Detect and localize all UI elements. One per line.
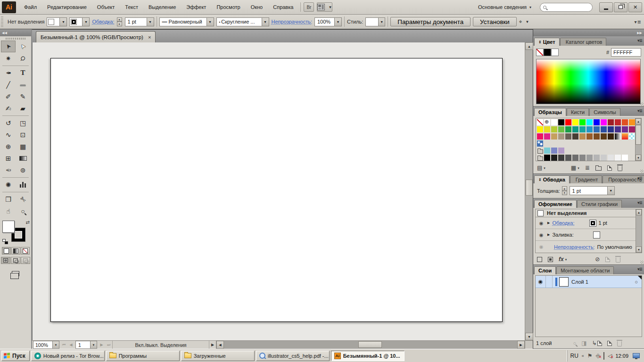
panel-menu-icon[interactable]: ▾≣: [637, 200, 642, 205]
tray-expand-icon[interactable]: «: [582, 354, 584, 358]
expand-triangle-icon[interactable]: ▶: [547, 221, 550, 225]
new-fill-icon[interactable]: [548, 257, 553, 262]
swatch-b39bc8[interactable]: [558, 147, 565, 154]
fill-color-box[interactable]: [2, 221, 15, 233]
swatch-c1272d[interactable]: [614, 119, 621, 126]
width-tool[interactable]: ∿: [1, 129, 16, 140]
hand-tool[interactable]: ☝: [1, 205, 16, 217]
tray-clock[interactable]: 12:09: [615, 353, 628, 359]
layer-name[interactable]: Слой 1: [571, 279, 588, 285]
pen-tool[interactable]: ✒: [1, 67, 16, 79]
swatches-scrollbar[interactable]: ▲ ▼: [635, 118, 641, 161]
none-mode-button[interactable]: [21, 247, 30, 255]
preferences-button[interactable]: Установки: [473, 17, 517, 26]
canvas[interactable]: ▲ ▼: [32, 42, 533, 340]
hex-input[interactable]: FFFFFF: [611, 48, 641, 57]
gradient-tool[interactable]: [16, 152, 30, 164]
scroll-down-icon[interactable]: ▼: [525, 333, 533, 340]
swatch-none[interactable]: [537, 119, 544, 126]
step-up-icon[interactable]: ▲: [117, 17, 122, 22]
search-input[interactable]: [540, 3, 593, 12]
swatch-878787[interactable]: [579, 154, 586, 161]
new-stroke-icon[interactable]: [537, 257, 542, 262]
fill-swatch[interactable]: [593, 231, 600, 239]
resize-grip-icon[interactable]: [640, 102, 644, 106]
arrange-documents-button[interactable]: ▼: [317, 2, 332, 12]
tab-brushes[interactable]: Кисти: [567, 108, 589, 116]
scroll-right-icon[interactable]: ▶: [517, 341, 525, 349]
draw-inside-button[interactable]: [21, 257, 30, 264]
swatch-19a59f[interactable]: [579, 126, 586, 133]
perspective-grid-tool[interactable]: ▦: [16, 140, 30, 152]
swatch-folder[interactable]: [537, 154, 544, 161]
workspace-switcher[interactable]: Основные сведения ▾: [474, 3, 535, 11]
new-effect-icon[interactable]: fx▾: [559, 256, 567, 262]
stroke-weight-dropdown[interactable]: 1 pt▼: [125, 17, 154, 26]
swatch-ffffff[interactable]: [551, 119, 558, 126]
swatch-b5cc34[interactable]: [551, 126, 558, 133]
swatch-fff200[interactable]: [537, 126, 544, 133]
swatch-0000ff[interactable]: [593, 119, 600, 126]
swatch-6e6e6e[interactable]: [572, 154, 579, 161]
new-color-group-icon[interactable]: [595, 165, 602, 171]
tab-stroke[interactable]: ⇕Обводка: [534, 175, 570, 183]
swatch-e8de23[interactable]: [544, 126, 551, 133]
swatch-ffff00[interactable]: [572, 119, 579, 126]
slice-tool[interactable]: ✄: [16, 193, 30, 205]
delete-swatch-icon[interactable]: [618, 165, 622, 171]
swatch-3a220d[interactable]: [607, 133, 614, 140]
swatch-bb8c50[interactable]: [579, 133, 586, 140]
vertical-scroll-thumb[interactable]: [526, 180, 533, 196]
minimize-button[interactable]: [599, 2, 613, 12]
step-down-icon[interactable]: ▼: [562, 191, 567, 196]
scroll-left-icon[interactable]: ◀: [216, 341, 224, 349]
task-pdf-help[interactable]: illustrator_cs5_help.pdf -...: [256, 351, 330, 361]
new-layer-icon[interactable]: [607, 341, 612, 346]
swatch-0e9a83[interactable]: [572, 126, 579, 133]
step-down-icon[interactable]: ▼: [117, 22, 122, 26]
appearance-stroke-row[interactable]: ◉ ▶ Обводка: 1 pt: [536, 217, 636, 229]
task-illustrator-doc[interactable]: Ai Безымянный-1 @ 10...: [331, 351, 405, 361]
tab-graphic-styles[interactable]: Стили графики: [577, 200, 622, 208]
fill-color-dropdown[interactable]: ▼: [47, 17, 67, 26]
type-tool[interactable]: T: [16, 67, 30, 79]
tab-color-guide[interactable]: Каталог цветов: [560, 38, 607, 46]
select-similar-icon[interactable]: ⌖: [519, 18, 522, 25]
stroke-color-dropdown[interactable]: ▼: [69, 17, 90, 26]
swatch-ffffff[interactable]: [621, 154, 628, 161]
menu-item[interactable]: Эффект: [182, 2, 210, 12]
swatch-gradient-bw[interactable]: [614, 133, 621, 140]
swatch-registration[interactable]: [544, 119, 551, 126]
stroke-weight-stepper[interactable]: ▲▼: [117, 17, 122, 26]
scroll-up-icon[interactable]: ▲: [525, 42, 533, 50]
tab-gradient[interactable]: Градиент: [570, 175, 602, 183]
draw-normal-button[interactable]: [1, 257, 10, 264]
panel-menu-icon[interactable]: ▾≣: [637, 267, 642, 272]
resize-grip-icon[interactable]: [640, 261, 644, 264]
swatch-9e9e9e[interactable]: [586, 154, 593, 161]
swatch-5c3a17[interactable]: [600, 133, 607, 140]
appearance-fill-row[interactable]: ◉ ▶ Заливка:: [536, 229, 636, 241]
tab-symbols[interactable]: Символы: [589, 108, 620, 116]
visibility-eye-icon[interactable]: ◉: [537, 221, 545, 226]
new-sublayer-icon[interactable]: ↳: [592, 340, 602, 346]
task-folder-programs[interactable]: Программы: [106, 351, 180, 361]
swatch-00ffff[interactable]: [586, 119, 593, 126]
document-setup-button[interactable]: Параметры документа: [390, 17, 471, 26]
layer-lock-cell[interactable]: [546, 276, 553, 288]
direct-selection-tool[interactable]: ➤: [16, 41, 30, 52]
swatch-473e35[interactable]: [572, 133, 579, 140]
tools-grip[interactable]: [6, 38, 25, 40]
swatch-b5b5b5[interactable]: [593, 154, 600, 161]
first-artboard-button[interactable]: ⏮: [60, 341, 67, 349]
paintbrush-tool[interactable]: ✐: [1, 90, 16, 102]
swatch-folder[interactable]: [537, 147, 544, 154]
brush-definition-dropdown[interactable]: •Скругление ... ▼: [216, 17, 269, 26]
prev-artboard-button[interactable]: ◀: [67, 341, 74, 349]
swatch-000000[interactable]: [544, 154, 551, 161]
opacity-panel-link[interactable]: Непрозрачность:: [272, 19, 312, 25]
swatch-6cbe45[interactable]: [558, 126, 565, 133]
restore-button[interactable]: [614, 2, 627, 12]
weight-dropdown[interactable]: 1 pt ▼: [570, 186, 615, 195]
horizontal-scrollbar[interactable]: ◀ ▶: [216, 341, 525, 349]
